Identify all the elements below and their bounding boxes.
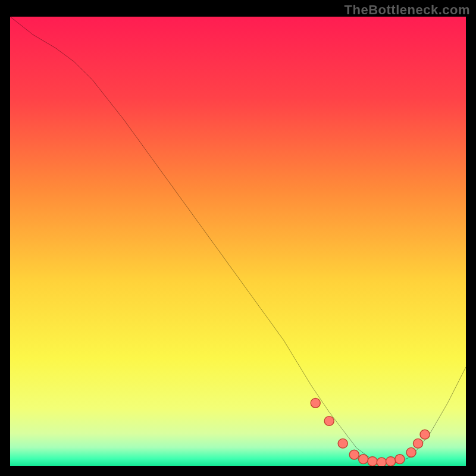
data-marker <box>324 416 334 426</box>
watermark-text: TheBottleneck.com <box>345 2 470 18</box>
bottleneck-curve <box>10 17 466 464</box>
marker-group <box>311 398 430 466</box>
data-marker <box>406 447 416 457</box>
data-marker <box>338 439 347 448</box>
data-marker <box>349 450 359 459</box>
data-marker <box>359 455 368 464</box>
data-marker <box>311 398 320 408</box>
chart-frame: TheBottleneck.com <box>0 0 476 476</box>
curve-layer <box>10 17 466 466</box>
data-marker <box>368 457 377 466</box>
data-marker <box>420 430 430 439</box>
data-marker <box>377 458 386 466</box>
data-marker <box>414 439 423 448</box>
plot-area <box>10 17 466 466</box>
data-marker <box>386 457 396 466</box>
data-marker <box>395 455 405 464</box>
